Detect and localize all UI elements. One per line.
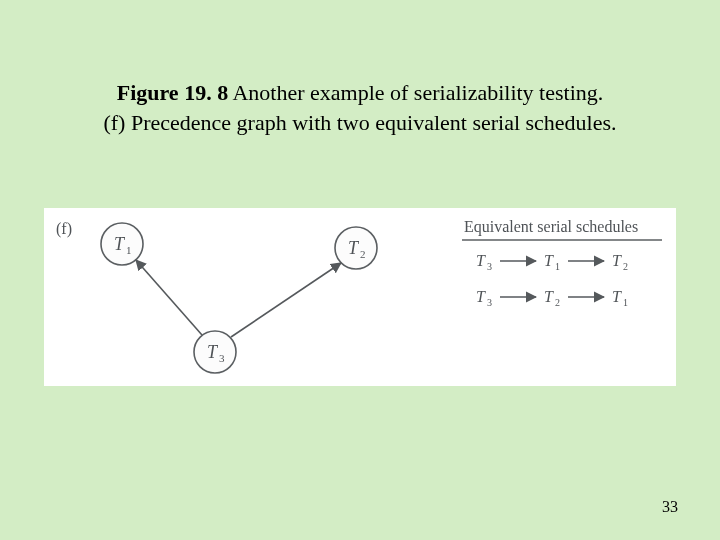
r2-c-sub: 1 <box>623 297 628 308</box>
node-t1: T 1 <box>101 223 143 265</box>
schedules-header: Equivalent serial schedules <box>464 218 638 236</box>
page-number: 33 <box>662 498 678 516</box>
r1-a-sub: 3 <box>487 261 492 272</box>
r1-a: T <box>476 252 486 269</box>
node-t2-sub: 2 <box>360 248 366 260</box>
r2-b-sub: 2 <box>555 297 560 308</box>
precedence-graph-svg: (f) T 1 T 2 T 3 <box>44 208 676 386</box>
figure-caption: Figure 19. 8 Another example of serializ… <box>0 78 720 137</box>
figure-panel: (f) T 1 T 2 T 3 <box>44 208 676 386</box>
r2-a: T <box>476 288 486 305</box>
node-t3-sub: 3 <box>219 352 225 364</box>
r2-b: T <box>544 288 554 305</box>
r2-c: T <box>612 288 622 305</box>
r1-b: T <box>544 252 554 269</box>
figure-title-text: Another example of serializability testi… <box>232 80 603 105</box>
edge-t3-t1 <box>136 260 202 335</box>
edge-t3-t2 <box>231 263 341 337</box>
schedule-row-1: T 3 T 1 T 2 <box>476 252 628 272</box>
node-t3: T 3 <box>194 331 236 373</box>
figure-subcaption: (f) Precedence graph with two equivalent… <box>103 110 616 135</box>
r1-b-sub: 1 <box>555 261 560 272</box>
figure-label: Figure 19. 8 <box>117 80 228 105</box>
slide: Figure 19. 8 Another example of serializ… <box>0 0 720 540</box>
schedules-block: Equivalent serial schedules T 3 T 1 T 2 … <box>462 218 662 308</box>
node-t1-sub: 1 <box>126 244 132 256</box>
r1-c: T <box>612 252 622 269</box>
schedule-row-2: T 3 T 2 T 1 <box>476 288 628 308</box>
node-t2: T 2 <box>335 227 377 269</box>
r2-a-sub: 3 <box>487 297 492 308</box>
r1-c-sub: 2 <box>623 261 628 272</box>
part-label: (f) <box>56 220 72 238</box>
